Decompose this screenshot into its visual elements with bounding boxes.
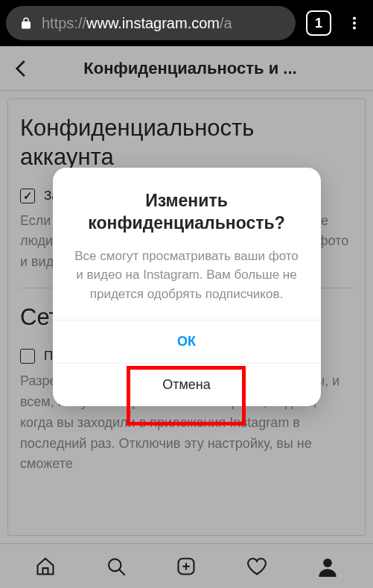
svg-point-2	[353, 26, 356, 29]
vertical-dots-icon	[346, 15, 363, 31]
modal-ok-button[interactable]: ОК	[53, 320, 321, 363]
url-bar[interactable]: https://www.instagram.com/a	[6, 6, 296, 40]
modal-text: Все смогут просматривать ваши фото и вид…	[71, 247, 303, 304]
svg-point-1	[353, 22, 356, 25]
modal-cancel-button[interactable]: Отмена	[53, 363, 321, 406]
modal-body: Изменить конфиденциальность? Все смогут …	[53, 168, 321, 320]
browser-bar: https://www.instagram.com/a 1	[0, 0, 373, 46]
confirm-modal: Изменить конфиденциальность? Все смогут …	[53, 168, 321, 406]
lock-icon	[19, 16, 33, 30]
tabs-button[interactable]: 1	[306, 10, 331, 36]
browser-menu-button[interactable]	[342, 10, 367, 36]
modal-title: Изменить конфиденциальность?	[71, 190, 303, 235]
url-text: https://www.instagram.com/a	[42, 15, 232, 32]
svg-point-0	[353, 17, 356, 20]
